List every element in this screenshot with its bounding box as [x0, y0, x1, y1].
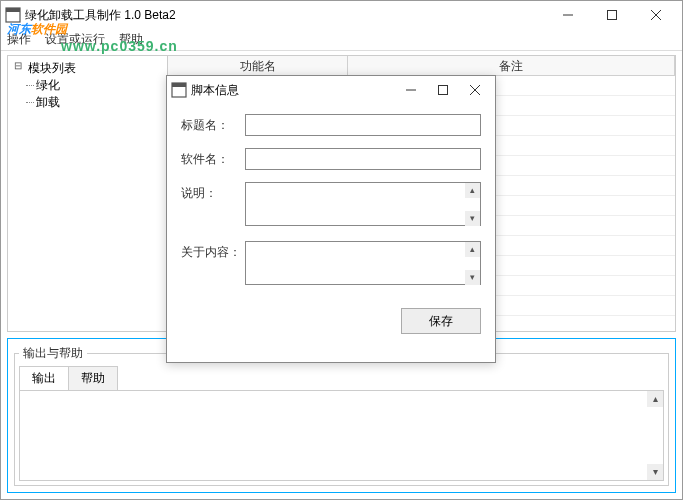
row-about: 关于内容： ▴ ▾ [181, 241, 481, 288]
svg-rect-3 [608, 11, 617, 20]
textarea-about[interactable] [245, 241, 481, 285]
tree-child-uninstall[interactable]: 卸载 [36, 94, 161, 111]
row-software: 软件名： [181, 148, 481, 170]
label-software: 软件名： [181, 148, 245, 168]
scroll-up-icon[interactable]: ▴ [465, 242, 480, 257]
script-info-dialog: 脚本信息 标题名： 软件名： 说明： ▴ ▾ [166, 75, 496, 363]
scroll-down-icon[interactable]: ▾ [465, 270, 480, 285]
maximize-button[interactable] [590, 1, 634, 29]
dialog-title: 脚本信息 [191, 82, 395, 99]
scroll-down-icon[interactable]: ▾ [647, 464, 663, 480]
output-fieldset: 输出与帮助 输出 帮助 ▴ ▾ [14, 345, 669, 486]
grid-col-function[interactable]: 功能名 [168, 56, 348, 75]
tab-help[interactable]: 帮助 [68, 366, 118, 390]
app-icon [5, 7, 21, 23]
dialog-footer: 保存 [167, 308, 495, 334]
save-button[interactable]: 保存 [401, 308, 481, 334]
label-about: 关于内容： [181, 241, 245, 261]
dialog-close-button[interactable] [459, 76, 491, 104]
output-body[interactable]: ▴ ▾ [19, 390, 664, 481]
svg-rect-9 [439, 86, 448, 95]
output-legend: 输出与帮助 [19, 345, 87, 362]
menu-help[interactable]: 帮助 [119, 31, 143, 48]
dialog-titlebar: 脚本信息 [167, 76, 495, 104]
textarea-desc[interactable] [245, 182, 481, 226]
tree-root[interactable]: 模块列表 绿化 卸载 [14, 60, 161, 111]
tree-root-label: 模块列表 [28, 60, 76, 77]
main-window: 河东软件园 www.pc0359.cn 绿化卸载工具制作 1.0 Beta2 操… [0, 0, 683, 500]
tab-output[interactable]: 输出 [19, 366, 69, 390]
svg-rect-1 [6, 8, 20, 12]
grid-col-remark[interactable]: 备注 [348, 56, 675, 75]
scroll-up-icon[interactable]: ▴ [647, 391, 663, 407]
dialog-body: 标题名： 软件名： 说明： ▴ ▾ 关于内容： ▴ ▾ [167, 104, 495, 308]
window-title: 绿化卸载工具制作 1.0 Beta2 [25, 7, 546, 24]
tabs: 输出 帮助 [19, 366, 664, 390]
window-buttons [546, 1, 678, 29]
svg-rect-7 [172, 83, 186, 87]
dialog-maximize-button[interactable] [427, 76, 459, 104]
input-software[interactable] [245, 148, 481, 170]
tree-child-green[interactable]: 绿化 [36, 77, 161, 94]
row-title: 标题名： [181, 114, 481, 136]
row-desc: 说明： ▴ ▾ [181, 182, 481, 229]
grid-header: 功能名 备注 [168, 56, 675, 76]
menu-file[interactable]: 操作 [7, 31, 31, 48]
menu-options[interactable]: 设置或运行 [45, 31, 105, 48]
dialog-icon [171, 82, 187, 98]
input-title[interactable] [245, 114, 481, 136]
menubar: 操作 设置或运行 帮助 [1, 29, 682, 51]
close-button[interactable] [634, 1, 678, 29]
dialog-minimize-button[interactable] [395, 76, 427, 104]
scroll-down-icon[interactable]: ▾ [465, 211, 480, 226]
scroll-up-icon[interactable]: ▴ [465, 183, 480, 198]
label-title: 标题名： [181, 114, 245, 134]
titlebar: 绿化卸载工具制作 1.0 Beta2 [1, 1, 682, 29]
module-tree[interactable]: 模块列表 绿化 卸载 [8, 56, 168, 331]
label-desc: 说明： [181, 182, 245, 202]
minimize-button[interactable] [546, 1, 590, 29]
